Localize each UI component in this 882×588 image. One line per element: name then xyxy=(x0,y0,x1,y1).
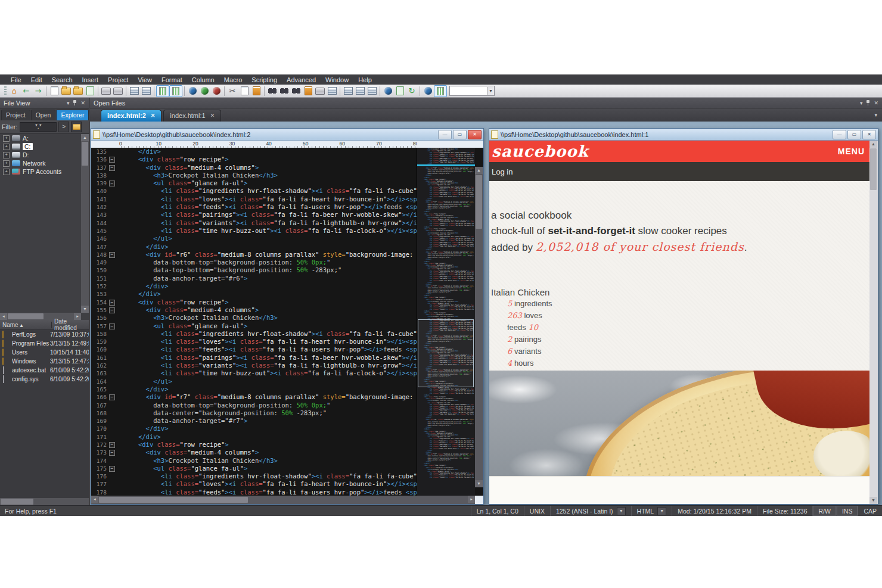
expand-icon[interactable]: + xyxy=(3,152,10,158)
sidebar-tab-project[interactable]: Project xyxy=(1,110,30,120)
document-tab-index-html-1[interactable]: index.html:1✕ xyxy=(163,110,221,122)
login-link[interactable]: Log in xyxy=(492,167,513,176)
save-icon[interactable] xyxy=(72,86,84,97)
scroll-thumb[interactable] xyxy=(1,499,33,505)
close-button[interactable]: ✕ xyxy=(468,130,482,139)
document-list-icon[interactable] xyxy=(128,86,140,97)
fold-icon[interactable] xyxy=(108,465,116,472)
menu-item-search[interactable]: Search xyxy=(47,76,77,83)
menu-item-file[interactable]: File xyxy=(6,76,26,83)
browser-icon[interactable] xyxy=(382,86,394,97)
help-icon[interactable] xyxy=(422,86,434,97)
fold-icon[interactable] xyxy=(108,155,116,163)
sync-time-green-icon[interactable] xyxy=(198,86,210,97)
column-mode-icon[interactable] xyxy=(156,85,169,97)
tree-item-d-[interactable]: +D: xyxy=(0,151,89,159)
minimize-button[interactable]: — xyxy=(438,130,452,139)
close-button[interactable]: ✕ xyxy=(862,130,876,139)
menu-item-column[interactable]: Column xyxy=(187,76,219,83)
back-icon[interactable]: ← xyxy=(20,86,32,97)
fold-icon[interactable] xyxy=(108,251,116,259)
menu-item-window[interactable]: Window xyxy=(321,76,353,83)
sync-time-red-icon[interactable] xyxy=(210,86,222,97)
tab-close-icon[interactable]: ✕ xyxy=(210,113,215,119)
sidebar-tab-explorer[interactable]: Explorer xyxy=(56,110,89,120)
browse-folder-button[interactable] xyxy=(71,122,82,132)
file-row-autoexec-bat[interactable]: autoexec.bat6/10/09 5:42:20 xyxy=(0,366,89,375)
image-icon[interactable] xyxy=(394,86,406,97)
recipe-stat[interactable]: 4 hours xyxy=(507,359,552,371)
paste-icon[interactable] xyxy=(250,86,262,97)
line-view-icon[interactable] xyxy=(169,85,182,97)
find-icon[interactable] xyxy=(266,86,278,97)
tree-item-a-[interactable]: +A: xyxy=(0,134,89,142)
file-row-program-files[interactable]: Program Files3/13/15 12:49:5 xyxy=(0,339,89,348)
pin-icon[interactable] xyxy=(73,100,77,105)
compare-icon[interactable] xyxy=(314,86,326,97)
minimap[interactable]: </div> <div class="row recipe"> <div cla… xyxy=(417,148,475,496)
menu-item-help[interactable]: Help xyxy=(353,76,377,83)
refresh-icon[interactable]: ↻ xyxy=(406,86,418,97)
file-row-perflogs[interactable]: PerfLogs7/13/09 10:37:0 xyxy=(0,330,89,339)
scroll-up-icon[interactable]: ▲ xyxy=(869,141,877,148)
sync-time-blue-icon[interactable] xyxy=(187,86,198,97)
panel-toggle-icon[interactable] xyxy=(434,85,447,97)
tree-item-network[interactable]: +Network xyxy=(0,159,89,167)
open-file-icon[interactable] xyxy=(60,86,72,97)
fold-icon[interactable] xyxy=(108,322,116,330)
expand-icon[interactable]: + xyxy=(3,135,10,142)
scroll-thumb[interactable] xyxy=(99,497,248,503)
template-icon[interactable] xyxy=(366,86,378,97)
sort-icon[interactable] xyxy=(342,86,354,97)
preview-window-titlebar[interactable]: \\psf\Home\Desktop\github\saucebook\inde… xyxy=(489,129,878,141)
tab-close-icon[interactable]: ✕ xyxy=(151,113,156,119)
settings-icon[interactable] xyxy=(140,86,152,97)
find-next-icon[interactable] xyxy=(290,86,302,97)
fold-icon[interactable] xyxy=(108,441,116,449)
menu-item-project[interactable]: Project xyxy=(103,76,133,83)
column-header-name[interactable]: Name ▴ xyxy=(0,322,52,328)
recipe-title[interactable]: Italian Chicken xyxy=(491,287,549,297)
editor-horizontal-scrollbar[interactable]: ◂ ▸ xyxy=(91,496,475,504)
editor-vertical-scrollbar[interactable]: ▲ ▼ xyxy=(475,167,483,487)
pin-icon[interactable] xyxy=(866,100,870,105)
fold-icon[interactable] xyxy=(108,393,116,401)
tree-vertical-scrollbar[interactable]: ▲ ▼ xyxy=(81,134,89,313)
editor-window-titlebar[interactable]: \\psf\Home\Desktop\github\saucebook\inde… xyxy=(91,129,483,141)
quick-search-combobox[interactable]: ▾ xyxy=(449,86,495,96)
tree-item-ftp-accounts[interactable]: +FTP Accounts xyxy=(0,167,89,176)
minimap-viewport[interactable] xyxy=(418,319,474,387)
file-list-scrollbar[interactable] xyxy=(0,498,89,505)
file-row-config-sys[interactable]: config.sys6/10/09 5:42:20 xyxy=(0,375,89,384)
forward-icon[interactable]: → xyxy=(32,86,44,97)
site-menu-link[interactable]: MENU xyxy=(838,147,865,156)
expand-icon[interactable]: + xyxy=(3,144,10,150)
copy-icon[interactable] xyxy=(238,86,250,97)
recipe-stat[interactable]: feeds 10 xyxy=(507,323,552,335)
scroll-thumb[interactable] xyxy=(476,175,482,229)
site-logo[interactable]: saucebook xyxy=(492,142,589,160)
fold-icon[interactable] xyxy=(108,179,116,187)
file-row-users[interactable]: Users10/15/14 11:40: xyxy=(0,348,89,357)
scroll-down-icon[interactable]: ▼ xyxy=(81,306,89,313)
filter-input[interactable]: *.* xyxy=(20,122,57,132)
scroll-right-icon[interactable]: ▸ xyxy=(468,496,475,503)
status-dropdown-icon[interactable]: ▼ xyxy=(617,507,626,515)
expand-icon[interactable]: + xyxy=(3,160,10,167)
recipe-stat[interactable]: 5 ingredients xyxy=(507,299,552,311)
menu-item-format[interactable]: Format xyxy=(157,76,187,83)
column-header-date[interactable]: Date modified xyxy=(52,318,89,331)
status-segment-ins[interactable]: INS xyxy=(836,506,858,516)
file-view-menu-icon[interactable]: ▾ xyxy=(67,100,70,106)
open-files-close-icon[interactable]: ✕ xyxy=(874,100,878,106)
tree-item-c-[interactable]: +C: xyxy=(0,142,89,151)
tab-list-dropdown-icon[interactable]: ▾ xyxy=(874,112,877,118)
toolbar-grip[interactable] xyxy=(4,86,7,96)
file-view-close-icon[interactable]: ✕ xyxy=(80,100,85,106)
recipe-stat[interactable]: 6 variants xyxy=(507,347,552,359)
scroll-down-icon[interactable]: ▼ xyxy=(869,497,877,504)
scroll-thumb[interactable] xyxy=(82,142,88,166)
print-preview-icon[interactable] xyxy=(112,86,124,97)
menu-item-macro[interactable]: Macro xyxy=(219,76,247,83)
fold-icon[interactable] xyxy=(108,164,116,172)
